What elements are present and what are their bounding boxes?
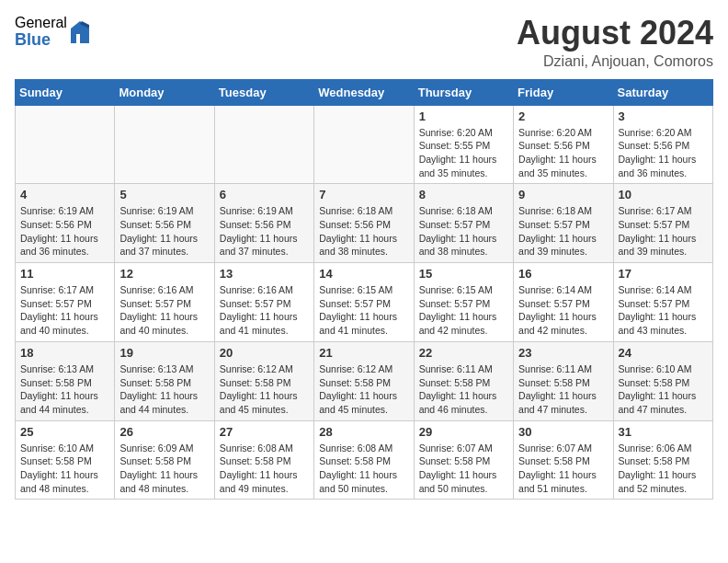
day-number: 26 [119,425,209,439]
daylight-text: Daylight: 11 hours and 45 minutes. [319,390,397,415]
day-number: 16 [518,267,608,281]
calendar-cell: 13Sunrise: 6:16 AMSunset: 5:57 PMDayligh… [214,263,313,342]
calendar-cell: 7Sunrise: 6:18 AMSunset: 5:56 PMDaylight… [314,184,414,263]
logo-icon [69,19,91,45]
calendar-cell: 20Sunrise: 6:12 AMSunset: 5:58 PMDayligh… [214,341,313,420]
day-number: 18 [20,346,109,360]
day-number: 4 [20,188,109,201]
calendar-cell: 23Sunrise: 6:11 AMSunset: 5:58 PMDayligh… [514,341,613,420]
daylight-text: Daylight: 11 hours and 43 minutes. [619,311,697,336]
day-number: 3 [619,109,708,123]
day-number: 25 [20,425,109,439]
daylight-text: Daylight: 11 hours and 51 minutes. [518,469,597,494]
sunrise-text: Sunrise: 6:14 AM [619,284,692,295]
day-info: Sunrise: 6:16 AMSunset: 5:57 PMDaylight:… [220,283,309,338]
col-friday: Friday [514,79,613,105]
col-sunday: Sunday [16,79,115,105]
day-info: Sunrise: 6:18 AMSunset: 5:57 PMDaylight:… [419,204,508,259]
calendar-week-2: 4Sunrise: 6:19 AMSunset: 5:56 PMDaylight… [16,184,713,263]
sunrise-text: Sunrise: 6:10 AM [619,363,692,374]
day-info: Sunrise: 6:20 AMSunset: 5:55 PMDaylight:… [419,126,508,180]
sunrise-text: Sunrise: 6:15 AM [419,284,493,295]
day-info: Sunrise: 6:17 AMSunset: 5:57 PMDaylight:… [619,204,708,259]
sunrise-text: Sunrise: 6:13 AM [20,363,94,374]
daylight-text: Daylight: 11 hours and 35 minutes. [518,154,597,178]
sunset-text: Sunset: 5:57 PM [419,298,491,309]
sunrise-text: Sunrise: 6:18 AM [319,205,392,216]
daylight-text: Daylight: 11 hours and 44 minutes. [20,390,98,415]
sunrise-text: Sunrise: 6:08 AM [319,442,392,454]
sunrise-text: Sunrise: 6:14 AM [518,284,592,295]
day-number: 12 [119,267,209,281]
sunrise-text: Sunrise: 6:20 AM [419,127,493,138]
sunrise-text: Sunrise: 6:20 AM [619,127,692,138]
daylight-text: Daylight: 11 hours and 42 minutes. [518,311,597,336]
day-info: Sunrise: 6:19 AMSunset: 5:56 PMDaylight:… [20,204,109,259]
day-info: Sunrise: 6:08 AMSunset: 5:58 PMDaylight:… [319,442,408,496]
day-info: Sunrise: 6:17 AMSunset: 5:57 PMDaylight:… [20,283,109,338]
day-info: Sunrise: 6:13 AMSunset: 5:58 PMDaylight:… [119,362,209,417]
calendar-cell [214,105,313,184]
day-info: Sunrise: 6:10 AMSunset: 5:58 PMDaylight:… [20,442,109,496]
sunrise-text: Sunrise: 6:19 AM [220,205,293,216]
day-info: Sunrise: 6:16 AMSunset: 5:57 PMDaylight:… [119,283,209,338]
daylight-text: Daylight: 11 hours and 35 minutes. [419,154,497,178]
day-number: 23 [518,346,608,360]
col-thursday: Thursday [414,79,513,105]
daylight-text: Daylight: 11 hours and 36 minutes. [619,154,697,178]
calendar-cell: 2Sunrise: 6:20 AMSunset: 5:56 PMDaylight… [514,105,613,184]
calendar-cell: 8Sunrise: 6:18 AMSunset: 5:57 PMDaylight… [414,184,513,263]
daylight-text: Daylight: 11 hours and 50 minutes. [319,469,397,494]
sunset-text: Sunset: 5:57 PM [419,219,491,230]
sunset-text: Sunset: 5:57 PM [220,298,291,309]
day-number: 8 [419,188,508,201]
sunset-text: Sunset: 5:56 PM [119,219,191,230]
sunset-text: Sunset: 5:58 PM [518,455,590,466]
day-number: 1 [419,109,508,123]
daylight-text: Daylight: 11 hours and 37 minutes. [119,233,198,258]
sunrise-text: Sunrise: 6:11 AM [518,363,592,374]
sunrise-text: Sunrise: 6:09 AM [119,442,193,454]
sunrise-text: Sunrise: 6:13 AM [119,363,193,374]
calendar-cell: 27Sunrise: 6:08 AMSunset: 5:58 PMDayligh… [214,420,313,500]
sunrise-text: Sunrise: 6:10 AM [20,442,94,454]
month-year: August 2024 [517,15,713,52]
sunset-text: Sunset: 5:57 PM [619,298,690,309]
day-number: 11 [20,267,109,281]
day-info: Sunrise: 6:11 AMSunset: 5:58 PMDaylight:… [518,362,608,417]
location: Dziani, Anjouan, Comoros [517,53,713,70]
day-info: Sunrise: 6:20 AMSunset: 5:56 PMDaylight:… [619,126,708,180]
col-tuesday: Tuesday [214,79,313,105]
day-info: Sunrise: 6:20 AMSunset: 5:56 PMDaylight:… [518,126,608,180]
sunrise-text: Sunrise: 6:17 AM [20,284,94,295]
daylight-text: Daylight: 11 hours and 47 minutes. [619,390,697,415]
sunrise-text: Sunrise: 6:06 AM [619,442,692,454]
day-info: Sunrise: 6:18 AMSunset: 5:57 PMDaylight:… [518,204,608,259]
daylight-text: Daylight: 11 hours and 50 minutes. [419,469,497,494]
day-info: Sunrise: 6:10 AMSunset: 5:58 PMDaylight:… [619,362,708,417]
sunrise-text: Sunrise: 6:11 AM [419,363,493,374]
sunrise-text: Sunrise: 6:16 AM [220,284,293,295]
sunrise-text: Sunrise: 6:19 AM [20,205,94,216]
sunrise-text: Sunrise: 6:18 AM [518,205,592,216]
calendar-cell: 3Sunrise: 6:20 AMSunset: 5:56 PMDaylight… [613,105,712,184]
sunset-text: Sunset: 5:57 PM [119,298,191,309]
col-wednesday: Wednesday [314,79,414,105]
calendar-cell [115,105,214,184]
sunset-text: Sunset: 5:57 PM [619,219,690,230]
sunset-text: Sunset: 5:58 PM [619,455,690,466]
sunrise-text: Sunrise: 6:20 AM [518,127,592,138]
sunrise-text: Sunrise: 6:07 AM [419,442,493,454]
daylight-text: Daylight: 11 hours and 41 minutes. [220,311,298,336]
col-monday: Monday [115,79,214,105]
calendar-cell: 28Sunrise: 6:08 AMSunset: 5:58 PMDayligh… [314,420,414,500]
daylight-text: Daylight: 11 hours and 36 minutes. [20,233,98,258]
sunset-text: Sunset: 5:57 PM [518,298,590,309]
daylight-text: Daylight: 11 hours and 52 minutes. [619,469,697,494]
calendar-cell: 17Sunrise: 6:14 AMSunset: 5:57 PMDayligh… [613,263,712,342]
day-number: 14 [319,267,408,281]
daylight-text: Daylight: 11 hours and 42 minutes. [419,311,497,336]
sunrise-text: Sunrise: 6:16 AM [119,284,193,295]
logo-blue: Blue [15,31,67,50]
calendar-cell: 29Sunrise: 6:07 AMSunset: 5:58 PMDayligh… [414,420,513,500]
